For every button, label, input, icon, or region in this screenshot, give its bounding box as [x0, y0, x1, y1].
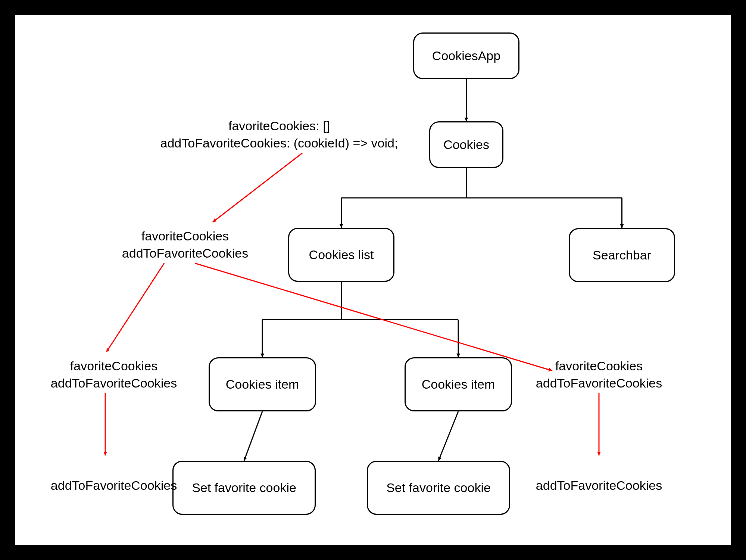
- prop-label-root: favoriteCookies: [] addToFavoriteCookies…: [149, 118, 410, 152]
- node-label: Set favorite cookie: [386, 480, 491, 496]
- node-searchbar: Searchbar: [569, 228, 675, 282]
- prop-label-right-2: favoriteCookies addToFavoriteCookies: [528, 358, 670, 392]
- prop-label-left-3: addToFavoriteCookies: [43, 477, 185, 494]
- node-cookies-list: Cookies list: [288, 228, 394, 282]
- node-label: Cookies list: [309, 247, 374, 263]
- node-label: Cookies item: [226, 376, 299, 392]
- svg-line-10: [438, 411, 458, 461]
- diagram-canvas: CookiesApp Cookies Cookies list Searchba…: [15, 15, 731, 545]
- node-set-favorite-1: Set favorite cookie: [172, 461, 316, 515]
- node-label: Searchbar: [593, 247, 651, 263]
- node-cookies-item-1: Cookies item: [209, 357, 316, 411]
- node-label: Set favorite cookie: [192, 480, 296, 496]
- node-label: Cookies item: [422, 376, 495, 392]
- prop-label-left-2: favoriteCookies addToFavoriteCookies: [43, 358, 185, 392]
- node-label: Cookies: [443, 137, 489, 153]
- prop-label-right-3: addToFavoriteCookies: [528, 477, 670, 494]
- node-set-favorite-2: Set favorite cookie: [367, 461, 510, 515]
- node-cookiesapp: CookiesApp: [413, 32, 519, 79]
- node-cookies-item-2: Cookies item: [405, 357, 512, 411]
- prop-label-mid: favoriteCookies addToFavoriteCookies: [114, 228, 256, 262]
- svg-line-12: [106, 263, 164, 352]
- svg-line-11: [213, 153, 302, 222]
- node-label: CookiesApp: [432, 48, 500, 64]
- svg-line-9: [244, 411, 262, 461]
- node-cookies: Cookies: [429, 121, 503, 168]
